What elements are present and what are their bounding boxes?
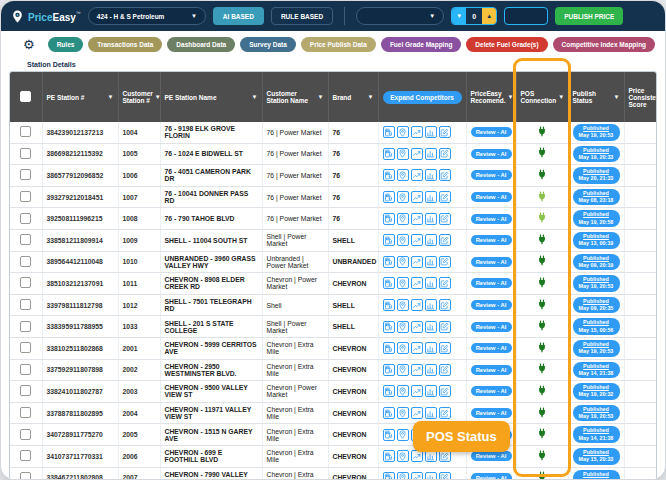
row-checkbox[interactable] <box>20 385 31 396</box>
review-ai-button[interactable]: Review - AI <box>471 235 512 245</box>
edit-icon[interactable] <box>439 342 451 354</box>
rule-based-button[interactable]: RULE BASED <box>271 7 333 25</box>
filter-icon[interactable]: ▼ <box>108 94 114 100</box>
tab-rules[interactable]: Rules <box>48 37 84 52</box>
location-pin-icon[interactable] <box>397 385 409 397</box>
trend-chart-icon[interactable] <box>411 299 423 311</box>
fuel-pump-icon[interactable] <box>383 256 395 268</box>
edit-icon[interactable] <box>439 126 451 138</box>
filter-icon[interactable]: ▼ <box>155 94 161 100</box>
edit-icon[interactable] <box>439 234 451 246</box>
fuel-pump-icon[interactable] <box>383 148 395 160</box>
location-pin-icon[interactable] <box>397 148 409 160</box>
expand-competitors-button[interactable]: Expand Competitors <box>383 91 462 104</box>
review-ai-button[interactable]: Review - AI <box>471 386 512 396</box>
location-pin-icon[interactable] <box>397 277 409 289</box>
edit-icon[interactable] <box>439 385 451 397</box>
ai-based-button[interactable]: AI BASED <box>213 7 264 25</box>
review-ai-button[interactable]: Review - AI <box>471 278 512 288</box>
trend-chart-icon[interactable] <box>411 191 423 203</box>
edit-icon[interactable] <box>439 472 451 480</box>
bar-chart-icon[interactable] <box>425 277 437 289</box>
publish-price-button[interactable]: PUBLISH PRICE <box>555 7 623 25</box>
bar-chart-icon[interactable] <box>425 148 437 160</box>
bar-chart-icon[interactable] <box>425 450 437 462</box>
location-pin-icon[interactable] <box>397 364 409 376</box>
fuel-pump-icon[interactable] <box>383 299 395 311</box>
trend-chart-icon[interactable] <box>411 321 423 333</box>
location-pin-icon[interactable] <box>397 321 409 333</box>
edit-icon[interactable] <box>439 321 451 333</box>
row-checkbox[interactable] <box>20 126 31 137</box>
bar-chart-icon[interactable] <box>425 191 437 203</box>
fuel-pump-icon[interactable] <box>383 407 395 419</box>
trend-chart-icon[interactable] <box>411 450 423 462</box>
tab-fuel-grade-mapping[interactable]: Fuel Grade Mapping <box>381 37 461 52</box>
bar-chart-icon[interactable] <box>425 126 437 138</box>
fuel-pump-icon[interactable] <box>383 234 395 246</box>
row-checkbox[interactable] <box>20 213 31 224</box>
organization-dropdown[interactable]: 424 - H & S Petroleum ▼ <box>88 7 206 25</box>
fuel-pump-icon[interactable] <box>383 450 395 462</box>
fuel-pump-icon[interactable] <box>383 191 395 203</box>
trend-chart-icon[interactable] <box>411 385 423 397</box>
review-ai-button[interactable]: Review - AI <box>471 408 512 418</box>
filter-icon[interactable]: ▼ <box>614 94 620 100</box>
bar-chart-icon[interactable] <box>425 342 437 354</box>
trend-chart-icon[interactable] <box>411 277 423 289</box>
row-checkbox[interactable] <box>20 234 31 245</box>
trend-chart-icon[interactable] <box>411 213 423 225</box>
location-pin-icon[interactable] <box>397 256 409 268</box>
fuel-pump-icon[interactable] <box>383 429 395 441</box>
edit-icon[interactable] <box>439 364 451 376</box>
location-pin-icon[interactable] <box>397 342 409 354</box>
edit-icon[interactable] <box>439 148 451 160</box>
trend-chart-icon[interactable] <box>411 234 423 246</box>
review-ai-button[interactable]: Review - AI <box>471 127 512 137</box>
bar-chart-icon[interactable] <box>425 213 437 225</box>
review-ai-button[interactable]: Review - AI <box>471 365 512 375</box>
location-pin-icon[interactable] <box>397 429 409 441</box>
tab-dashboard-data[interactable]: Dashboard Data <box>167 37 235 52</box>
review-ai-button[interactable]: Review - AI <box>471 451 512 461</box>
row-checkbox[interactable] <box>20 472 31 480</box>
review-ai-button[interactable]: Review - AI <box>471 322 512 332</box>
tab-price-publish-data[interactable]: Price Publish Data <box>301 37 376 52</box>
stepper-increment-button[interactable]: ▲ <box>482 8 496 24</box>
edit-icon[interactable] <box>439 213 451 225</box>
tab-transactions-data[interactable]: Transactions Data <box>88 37 162 52</box>
location-pin-icon[interactable] <box>397 126 409 138</box>
row-checkbox[interactable] <box>20 429 31 440</box>
gear-icon[interactable]: ⚙ <box>23 38 35 51</box>
row-checkbox[interactable] <box>20 169 31 180</box>
fuel-pump-icon[interactable] <box>383 385 395 397</box>
review-ai-button[interactable]: Review - AI <box>471 257 512 267</box>
price-input[interactable] <box>504 7 548 25</box>
row-checkbox[interactable] <box>20 191 31 202</box>
row-checkbox[interactable] <box>20 256 31 267</box>
fuel-pump-icon[interactable] <box>383 126 395 138</box>
location-pin-icon[interactable] <box>397 234 409 246</box>
row-checkbox[interactable] <box>20 148 31 159</box>
filter-icon[interactable]: ▼ <box>252 94 258 100</box>
location-pin-icon[interactable] <box>397 472 409 480</box>
review-ai-button[interactable]: Review - AI <box>471 214 512 224</box>
location-pin-icon[interactable] <box>397 169 409 181</box>
review-ai-button[interactable]: Review - AI <box>471 149 512 159</box>
row-checkbox[interactable] <box>20 407 31 418</box>
fuel-pump-icon[interactable] <box>383 169 395 181</box>
fuel-pump-icon[interactable] <box>383 472 395 480</box>
select-all-checkbox[interactable] <box>20 91 31 102</box>
tab-competitive-index-mapping[interactable]: Competitive Index Mapping <box>553 37 656 52</box>
fuel-pump-icon[interactable] <box>383 342 395 354</box>
review-ai-button[interactable]: Review - AI <box>471 343 512 353</box>
review-ai-button[interactable]: Review - AI <box>471 170 512 180</box>
filter-icon[interactable]: ▼ <box>508 94 514 100</box>
trend-chart-icon[interactable] <box>411 407 423 419</box>
edit-icon[interactable] <box>439 407 451 419</box>
bar-chart-icon[interactable] <box>425 169 437 181</box>
edit-icon[interactable] <box>439 191 451 203</box>
bar-chart-icon[interactable] <box>425 234 437 246</box>
trend-chart-icon[interactable] <box>411 472 423 480</box>
location-pin-icon[interactable] <box>397 191 409 203</box>
